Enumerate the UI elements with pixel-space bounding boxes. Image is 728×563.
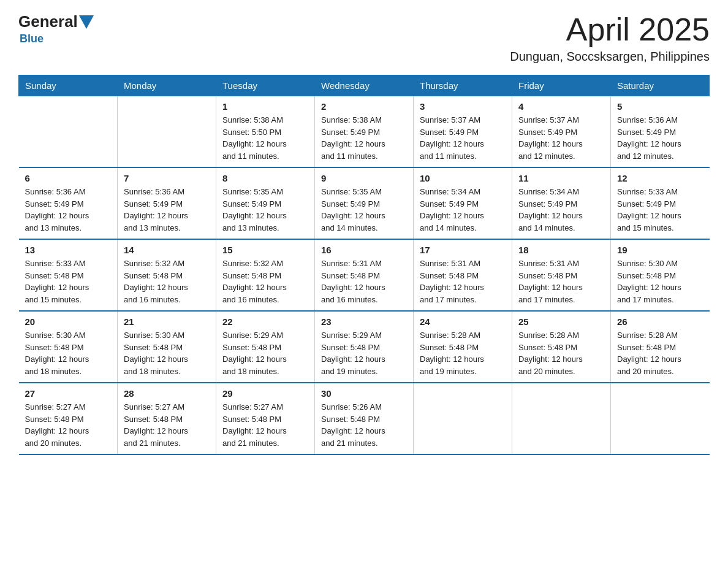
col-friday: Friday: [512, 75, 611, 96]
logo: General Blue: [18, 12, 95, 45]
day-number: 18: [518, 245, 604, 255]
day-number: 22: [222, 316, 308, 327]
calendar-week-row: 6Sunrise: 5:36 AMSunset: 5:49 PMDaylight…: [19, 167, 710, 239]
table-row: [611, 383, 710, 454]
calendar-week-row: 1Sunrise: 5:38 AMSunset: 5:50 PMDaylight…: [19, 96, 710, 168]
calendar-table: Sunday Monday Tuesday Wednesday Thursday…: [18, 75, 710, 455]
day-number: 25: [518, 316, 604, 327]
table-row: 9Sunrise: 5:35 AMSunset: 5:49 PMDaylight…: [315, 167, 414, 239]
day-number: 24: [420, 316, 506, 327]
table-row: 21Sunrise: 5:30 AMSunset: 5:48 PMDayligh…: [118, 311, 216, 383]
table-row: 15Sunrise: 5:32 AMSunset: 5:48 PMDayligh…: [216, 239, 315, 311]
table-row: 22Sunrise: 5:29 AMSunset: 5:48 PMDayligh…: [216, 311, 315, 383]
day-info: Sunrise: 5:32 AMSunset: 5:48 PMDaylight:…: [124, 258, 210, 305]
day-number: 14: [124, 245, 210, 255]
table-row: 17Sunrise: 5:31 AMSunset: 5:48 PMDayligh…: [414, 239, 512, 311]
day-info: Sunrise: 5:26 AMSunset: 5:48 PMDaylight:…: [321, 401, 407, 449]
day-info: Sunrise: 5:29 AMSunset: 5:48 PMDaylight:…: [222, 329, 308, 377]
calendar-week-row: 13Sunrise: 5:33 AMSunset: 5:48 PMDayligh…: [19, 239, 710, 311]
table-row: [19, 96, 118, 168]
table-row: 2Sunrise: 5:38 AMSunset: 5:49 PMDaylight…: [315, 96, 414, 168]
table-row: 18Sunrise: 5:31 AMSunset: 5:48 PMDayligh…: [512, 239, 611, 311]
day-info: Sunrise: 5:33 AMSunset: 5:48 PMDaylight:…: [25, 258, 112, 305]
calendar-location: Dunguan, Soccsksargen, Philippines: [510, 50, 710, 64]
day-info: Sunrise: 5:37 AMSunset: 5:49 PMDaylight:…: [420, 114, 506, 162]
day-info: Sunrise: 5:33 AMSunset: 5:49 PMDaylight:…: [617, 186, 703, 234]
day-info: Sunrise: 5:31 AMSunset: 5:48 PMDaylight:…: [518, 258, 604, 305]
day-info: Sunrise: 5:27 AMSunset: 5:48 PMDaylight:…: [25, 401, 112, 449]
col-saturday: Saturday: [611, 75, 710, 96]
calendar-header-row: Sunday Monday Tuesday Wednesday Thursday…: [19, 75, 710, 96]
table-row: 19Sunrise: 5:30 AMSunset: 5:48 PMDayligh…: [611, 239, 710, 311]
day-info: Sunrise: 5:37 AMSunset: 5:49 PMDaylight:…: [518, 114, 604, 162]
calendar-title: April 2025: [510, 12, 710, 47]
table-row: 29Sunrise: 5:27 AMSunset: 5:48 PMDayligh…: [216, 383, 315, 454]
day-number: 30: [321, 388, 407, 399]
table-row: 24Sunrise: 5:28 AMSunset: 5:48 PMDayligh…: [414, 311, 512, 383]
logo-general: General: [18, 12, 78, 31]
table-row: 3Sunrise: 5:37 AMSunset: 5:49 PMDaylight…: [414, 96, 512, 168]
day-number: 23: [321, 316, 407, 327]
day-number: 4: [518, 101, 604, 112]
day-number: 10: [420, 173, 506, 183]
table-row: [118, 96, 216, 168]
table-row: 23Sunrise: 5:29 AMSunset: 5:48 PMDayligh…: [315, 311, 414, 383]
day-number: 5: [617, 101, 703, 112]
table-row: 28Sunrise: 5:27 AMSunset: 5:48 PMDayligh…: [118, 383, 216, 454]
day-info: Sunrise: 5:28 AMSunset: 5:48 PMDaylight:…: [617, 329, 703, 377]
day-number: 13: [25, 245, 112, 255]
table-row: 6Sunrise: 5:36 AMSunset: 5:49 PMDaylight…: [19, 167, 118, 239]
table-row: 10Sunrise: 5:34 AMSunset: 5:49 PMDayligh…: [414, 167, 512, 239]
table-row: 27Sunrise: 5:27 AMSunset: 5:48 PMDayligh…: [19, 383, 118, 454]
day-info: Sunrise: 5:28 AMSunset: 5:48 PMDaylight:…: [518, 329, 604, 377]
day-number: 12: [617, 173, 703, 183]
day-info: Sunrise: 5:34 AMSunset: 5:49 PMDaylight:…: [518, 186, 604, 234]
day-info: Sunrise: 5:35 AMSunset: 5:49 PMDaylight:…: [222, 186, 308, 234]
col-thursday: Thursday: [414, 75, 512, 96]
day-info: Sunrise: 5:35 AMSunset: 5:49 PMDaylight:…: [321, 186, 407, 234]
table-row: 7Sunrise: 5:36 AMSunset: 5:49 PMDaylight…: [118, 167, 216, 239]
table-row: 20Sunrise: 5:30 AMSunset: 5:48 PMDayligh…: [19, 311, 118, 383]
col-sunday: Sunday: [19, 75, 118, 96]
day-info: Sunrise: 5:29 AMSunset: 5:48 PMDaylight:…: [321, 329, 407, 377]
table-row: 30Sunrise: 5:26 AMSunset: 5:48 PMDayligh…: [315, 383, 414, 454]
day-info: Sunrise: 5:30 AMSunset: 5:48 PMDaylight:…: [25, 329, 112, 377]
day-info: Sunrise: 5:28 AMSunset: 5:48 PMDaylight:…: [420, 329, 506, 377]
calendar-week-row: 20Sunrise: 5:30 AMSunset: 5:48 PMDayligh…: [19, 311, 710, 383]
table-row: 12Sunrise: 5:33 AMSunset: 5:49 PMDayligh…: [611, 167, 710, 239]
day-number: 26: [617, 316, 703, 327]
day-info: Sunrise: 5:30 AMSunset: 5:48 PMDaylight:…: [124, 329, 210, 377]
calendar-week-row: 27Sunrise: 5:27 AMSunset: 5:48 PMDayligh…: [19, 383, 710, 454]
day-info: Sunrise: 5:38 AMSunset: 5:49 PMDaylight:…: [321, 114, 407, 162]
table-row: 11Sunrise: 5:34 AMSunset: 5:49 PMDayligh…: [512, 167, 611, 239]
table-row: 4Sunrise: 5:37 AMSunset: 5:49 PMDaylight…: [512, 96, 611, 168]
table-row: [414, 383, 512, 454]
day-info: Sunrise: 5:36 AMSunset: 5:49 PMDaylight:…: [25, 186, 112, 234]
table-row: [512, 383, 611, 454]
table-row: 8Sunrise: 5:35 AMSunset: 5:49 PMDaylight…: [216, 167, 315, 239]
day-number: 8: [222, 173, 308, 183]
col-wednesday: Wednesday: [315, 75, 414, 96]
day-info: Sunrise: 5:32 AMSunset: 5:48 PMDaylight:…: [222, 258, 308, 305]
day-number: 7: [124, 173, 210, 183]
day-number: 16: [321, 245, 407, 255]
day-number: 9: [321, 173, 407, 183]
day-info: Sunrise: 5:31 AMSunset: 5:48 PMDaylight:…: [420, 258, 506, 305]
page-header: General Blue April 2025 Dunguan, Soccsks…: [18, 12, 710, 64]
day-number: 17: [420, 245, 506, 255]
day-number: 19: [617, 245, 703, 255]
table-row: 16Sunrise: 5:31 AMSunset: 5:48 PMDayligh…: [315, 239, 414, 311]
table-row: 26Sunrise: 5:28 AMSunset: 5:48 PMDayligh…: [611, 311, 710, 383]
day-info: Sunrise: 5:36 AMSunset: 5:49 PMDaylight:…: [617, 114, 703, 162]
logo-blue: Blue: [20, 33, 44, 45]
day-number: 21: [124, 316, 210, 327]
day-info: Sunrise: 5:38 AMSunset: 5:50 PMDaylight:…: [222, 114, 308, 162]
day-info: Sunrise: 5:27 AMSunset: 5:48 PMDaylight:…: [124, 401, 210, 449]
table-row: 1Sunrise: 5:38 AMSunset: 5:50 PMDaylight…: [216, 96, 315, 168]
day-number: 28: [124, 388, 210, 399]
table-row: 14Sunrise: 5:32 AMSunset: 5:48 PMDayligh…: [118, 239, 216, 311]
day-number: 6: [25, 173, 112, 183]
day-info: Sunrise: 5:34 AMSunset: 5:49 PMDaylight:…: [420, 186, 506, 234]
day-number: 15: [222, 245, 308, 255]
title-block: April 2025 Dunguan, Soccsksargen, Philip…: [510, 12, 710, 64]
